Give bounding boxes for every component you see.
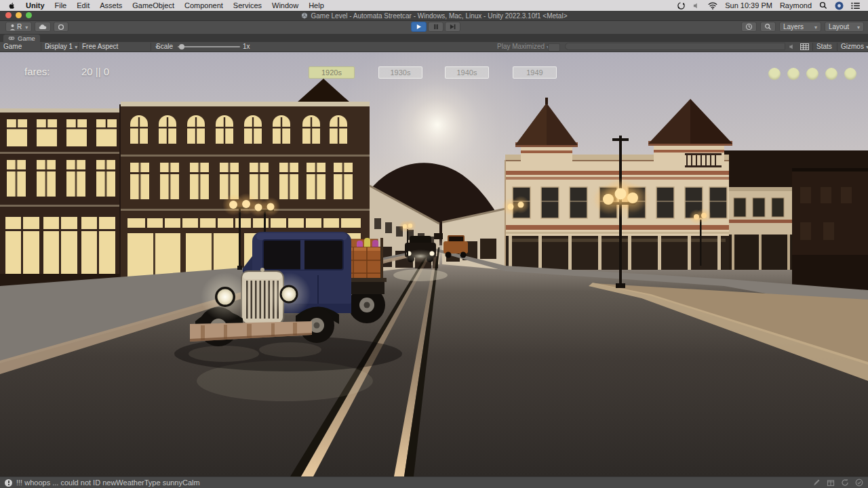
person-icon — [9, 24, 16, 30]
game-viewport[interactable]: fares: 20 || 0 1920s 1930s 1940s 1949 — [0, 52, 868, 476]
menu-gameobject[interactable]: GameObject — [132, 1, 174, 9]
aspect-dropdown[interactable]: Free Aspect — [82, 42, 158, 51]
chevron-down-icon — [23, 23, 28, 30]
unity-editor-window: Unity File Edit Assets GameObject Compon… — [0, 0, 868, 488]
macos-menu-bar: Unity File Edit Assets GameObject Compon… — [0, 0, 868, 11]
game-view-menu-dropdown[interactable]: Game — [3, 42, 50, 51]
menu-window[interactable]: Window — [272, 1, 298, 9]
package-icon[interactable] — [827, 479, 835, 487]
gizmos-label: Gizmos — [841, 43, 864, 50]
display-dropdown[interactable]: Display 1 — [45, 42, 77, 51]
apple-icon[interactable] — [8, 1, 16, 10]
layers-label: Layers — [783, 23, 804, 30]
unity-toolbar: R — [0, 20, 868, 35]
menu-edit[interactable]: Edit — [77, 1, 90, 9]
era-button-1920s[interactable]: 1920s — [309, 66, 355, 79]
era-token — [825, 68, 837, 80]
account-button[interactable]: R — [5, 22, 32, 32]
menu-file[interactable]: File — [55, 1, 67, 9]
grid-stats-button[interactable] — [800, 42, 809, 51]
window-title-bar: Game Level - Automata Streetcar - Window… — [0, 11, 868, 21]
fares-value: 20 || 0 — [81, 66, 109, 77]
menubar-user[interactable]: Raymond — [780, 1, 812, 9]
era-token — [787, 68, 800, 80]
scale-label: Scale — [156, 42, 173, 51]
menu-unity[interactable]: Unity — [26, 1, 45, 9]
era-button-1949[interactable]: 1949 — [513, 66, 557, 79]
toolbar-groove — [565, 43, 785, 50]
control-center-icon[interactable] — [835, 1, 844, 10]
play-maximized-label: Play Maximized — [497, 43, 545, 50]
era-button-1940s[interactable]: 1940s — [445, 66, 489, 79]
tab-game-label: Game — [18, 35, 35, 42]
era-token — [768, 68, 781, 80]
scale-slider-track[interactable] — [178, 46, 240, 47]
pen-icon[interactable] — [812, 479, 821, 487]
play-button[interactable] — [411, 22, 427, 32]
status-bar: !!! whoops ... could not ID newWeatherTy… — [0, 476, 868, 488]
play-maximized-dropdown[interactable]: Play Maximized — [497, 42, 549, 51]
sync-icon[interactable] — [677, 1, 686, 10]
pause-button[interactable] — [428, 22, 443, 32]
cloud-button[interactable] — [35, 22, 51, 32]
game-view-menu-label: Game — [3, 43, 22, 50]
era-token — [806, 68, 818, 80]
scale-value: 1x — [243, 42, 250, 51]
undo-history-button[interactable] — [741, 22, 757, 32]
version-control-button[interactable] — [54, 22, 68, 32]
gizmos-dropdown[interactable]: Gizmos — [841, 42, 868, 51]
unity-logo-icon — [301, 12, 308, 19]
layers-dropdown[interactable]: Layers — [779, 22, 821, 32]
era-token — [844, 68, 856, 80]
status-message[interactable]: !!! whoops ... could not ID newWeatherTy… — [16, 479, 200, 487]
stats-label: Stats — [816, 43, 832, 50]
chevron-down-icon — [864, 43, 868, 50]
refresh-icon[interactable] — [841, 479, 849, 487]
menu-assets[interactable]: Assets — [100, 1, 122, 9]
list-icon[interactable] — [851, 2, 860, 9]
gamepad-icon — [8, 36, 15, 41]
mute-audio-button[interactable] — [789, 42, 796, 51]
capture-button[interactable] — [548, 43, 560, 52]
chevron-down-icon — [812, 23, 817, 30]
display-label: Display 1 — [45, 43, 73, 50]
menu-services[interactable]: Services — [233, 1, 262, 9]
search-icon[interactable] — [819, 1, 827, 9]
menubar-clock[interactable]: Sun 10:39 PM — [725, 1, 772, 9]
era-button-1930s[interactable]: 1930s — [378, 66, 422, 79]
step-button[interactable] — [445, 22, 460, 32]
stats-button[interactable]: Stats — [816, 42, 832, 51]
ring-icon — [58, 24, 64, 30]
fares-label: fares: — [24, 66, 50, 77]
tab-game[interactable]: Game — [3, 35, 40, 42]
layout-label: Layout — [829, 23, 849, 30]
layout-dropdown[interactable]: Layout — [825, 22, 864, 32]
chevron-down-icon — [855, 23, 860, 30]
console-message-icon[interactable] — [5, 479, 12, 487]
scale-slider[interactable] — [178, 42, 240, 51]
account-initial: R — [17, 23, 22, 30]
cloud-icon — [39, 24, 47, 30]
menu-help[interactable]: Help — [309, 1, 324, 9]
game-tab-strip: Game — [0, 34, 868, 42]
scale-slider-knob[interactable] — [179, 44, 184, 49]
chevron-down-icon — [73, 43, 77, 50]
search-button[interactable] — [760, 22, 776, 32]
game-view-toolbar: Game Display 1 Free Aspect Scale 1x Play… — [0, 42, 868, 52]
check-circle-icon[interactable] — [855, 479, 863, 487]
volume-icon[interactable] — [693, 2, 701, 9]
window-title: Game Level - Automata Streetcar - Window… — [311, 12, 568, 20]
wifi-icon[interactable] — [708, 2, 717, 9]
game-hud: fares: 20 || 0 1920s 1930s 1940s 1949 — [0, 52, 868, 476]
aspect-label: Free Aspect — [82, 43, 118, 50]
menu-component[interactable]: Component — [184, 1, 223, 9]
